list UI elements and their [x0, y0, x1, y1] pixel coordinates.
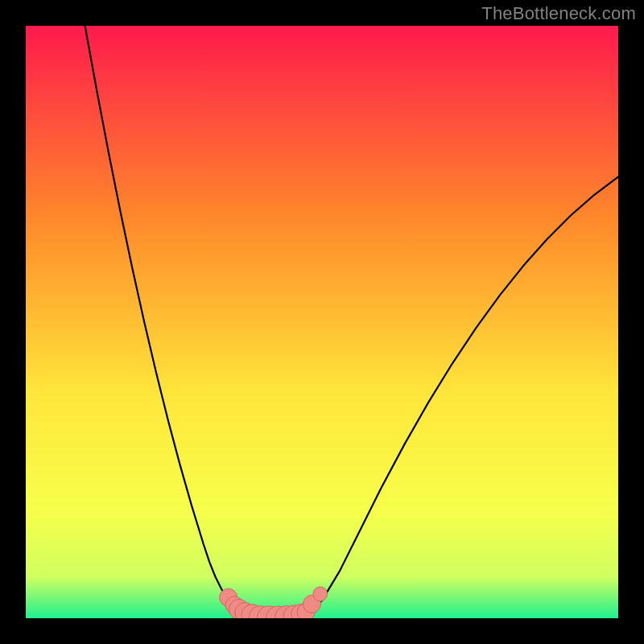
chart-area — [26, 26, 618, 618]
attribution-label: TheBottleneck.com — [481, 3, 636, 24]
valley-marker — [313, 587, 328, 601]
gradient-background — [26, 26, 618, 618]
bottleneck-chart — [26, 26, 618, 618]
outer-frame: TheBottleneck.com — [0, 0, 644, 644]
